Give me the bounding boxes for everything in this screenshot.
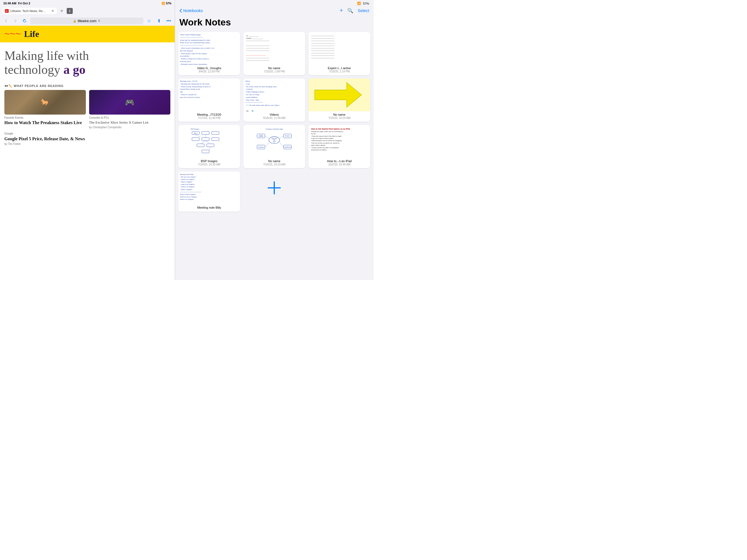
note-name-8: No name xyxy=(246,159,303,163)
notes-nav: Notebooks + 🔍 Select xyxy=(175,6,374,16)
note-thumbnail-9: How to Get Started Fast Games on an iPad… xyxy=(308,125,370,158)
note-date-4: 7/17/20, 11:40 PM xyxy=(180,117,238,120)
note-card-8[interactable]: Creating a Dropbox Page Start with This … xyxy=(243,125,305,168)
note-card-5[interactable]: Videos - Can't - Do Come where are they … xyxy=(243,78,305,122)
share-button[interactable]: ⬆ xyxy=(155,17,163,25)
article-category-1: Favorite Events xyxy=(4,116,86,119)
note-name-6: No name xyxy=(311,113,368,116)
section-label: 🕶️✏️ WHAT PEOPLE ARE READING xyxy=(0,81,175,90)
svg-line-31 xyxy=(265,136,269,138)
bsp-diagram: BSP Images Box 1 xyxy=(180,127,238,156)
note-thumbnail-7: BSP Images Box 1 xyxy=(178,125,240,158)
note-info-2: No name 7/10/20, 1:09 PM xyxy=(243,65,305,75)
reload-button[interactable] xyxy=(21,17,28,25)
note-thumbnail-3: ──────────────────── ───────────────────… xyxy=(308,32,370,65)
svg-text:Content: Content xyxy=(259,135,263,136)
browser-status-bar: 10:49 AM Fri Oct 2 📶 57% xyxy=(0,0,175,6)
note-card-9[interactable]: How to Get Started Fast Games on an iPad… xyxy=(308,125,370,168)
lifewire-hero: Making life with technology a go xyxy=(0,42,175,81)
note-name-2: No name xyxy=(246,67,303,70)
browser-tab[interactable]: L Lifewire: Tech News, Re... ✕ xyxy=(2,8,57,14)
forward-button[interactable] xyxy=(11,17,19,25)
notes-actions: + 🔍 Select xyxy=(340,7,369,14)
note-info-5: Videos 8/18/20, 11:59 AM xyxy=(243,111,305,122)
svg-marker-0 xyxy=(315,82,361,107)
note-date-2: 7/10/20, 1:09 PM xyxy=(246,70,303,73)
status-right: 📶 57% xyxy=(162,2,172,5)
svg-rect-11 xyxy=(202,150,209,153)
svg-text:Start with: Start with xyxy=(272,138,277,139)
article-title-2: The Exclusive Xbox Series X Games List xyxy=(89,120,171,125)
article-card-1[interactable]: 🐎 Favorite Events How to Watch The Preak… xyxy=(4,90,86,129)
wifi-icon: 📶 xyxy=(162,2,165,5)
svg-line-12 xyxy=(196,134,201,138)
articles-grid: 🐎 Favorite Events How to Watch The Preak… xyxy=(0,90,175,129)
tab-close-button[interactable]: ✕ xyxy=(51,9,54,13)
note-card-2[interactable]: To: ___________ Subject: ___________ ───… xyxy=(243,32,305,75)
article-card-3[interactable]: Google Google Pixel 5 Price, Release Dat… xyxy=(0,129,175,146)
search-notes-button[interactable]: 🔍 xyxy=(347,8,353,14)
mic-icon[interactable]: 🎙 xyxy=(98,19,101,22)
note-card-1[interactable]: Video Game Walkthroughs ────────────────… xyxy=(178,32,240,75)
note-card-6[interactable]: No name 7/15/20, 10:24 AM xyxy=(308,78,370,122)
svg-rect-8 xyxy=(212,138,219,141)
note-date-7: 7/24/20, 10:30 AM xyxy=(180,163,238,166)
svg-line-15 xyxy=(206,141,210,144)
new-tab-button[interactable]: + xyxy=(58,7,66,15)
select-button[interactable]: Select xyxy=(358,8,369,13)
svg-line-14 xyxy=(201,141,206,144)
note-name-9: How to...n an iPad xyxy=(311,159,368,163)
note-date-6: 7/15/20, 10:24 AM xyxy=(311,117,368,120)
bookmark-button[interactable]: ☆ xyxy=(145,17,153,25)
notebooks-back-button[interactable]: Notebooks xyxy=(179,8,203,13)
lifewire-header: 〜〜〜 Life xyxy=(0,26,175,42)
svg-rect-9 xyxy=(197,144,204,147)
note-card-11[interactable] xyxy=(243,172,305,212)
svg-text:App?: App? xyxy=(273,141,276,143)
svg-rect-5 xyxy=(212,131,219,134)
url-text: lifewire.com xyxy=(78,19,97,23)
note-card-7[interactable]: BSP Images Box 1 xyxy=(178,125,240,168)
dropbox-diagram: Creating a Dropbox Page Start with This … xyxy=(245,127,304,156)
notes-title: Work Notes xyxy=(175,16,374,32)
svg-text:This: This xyxy=(273,139,276,141)
add-note-button[interactable]: + xyxy=(340,7,343,14)
svg-text:BSP Images: BSP Images xyxy=(191,128,199,130)
address-bar: 🔒 lifewire.com 🎙 ☆ ⬆ ••• xyxy=(0,16,175,26)
note-name-10: Meeting note Billy xyxy=(180,206,238,209)
note-date-1: 8/4/20, 12:59 PM xyxy=(180,70,238,73)
lock-icon: 🔒 xyxy=(73,19,76,22)
note-card-4[interactable]: Meeting notes - 9/5/20 - Meeting new Rep… xyxy=(178,78,240,122)
more-button[interactable]: ••• xyxy=(165,17,173,25)
note-info-11 xyxy=(243,204,305,208)
note-card-3[interactable]: ──────────────────── ───────────────────… xyxy=(308,32,370,75)
notes-status-bar: 📶 57% xyxy=(175,0,374,6)
article-byline-2: by Christopher Compendio xyxy=(89,126,171,129)
horse-racing-image: 🐎 xyxy=(4,90,86,114)
note-info-1: Video G...hroughs 8/4/20, 12:59 PM xyxy=(178,65,240,75)
back-button[interactable] xyxy=(2,17,10,25)
article-byline-3: by Tim Fisher xyxy=(4,143,170,146)
tab-count-badge[interactable]: 1 xyxy=(67,8,73,14)
article-card-2[interactable]: 🎮 Consoles & PCs The Exclusive Xbox Seri… xyxy=(89,90,171,129)
note-thumbnail-6 xyxy=(308,78,370,111)
article-image-2: 🎮 xyxy=(89,90,171,114)
gaming-image: 🎮 xyxy=(89,90,171,114)
time-display: 10:49 AM xyxy=(3,2,17,5)
new-note-plus[interactable] xyxy=(243,172,305,204)
note-content-4: Meeting notes - 9/5/20 - Meeting new Rep… xyxy=(180,80,210,99)
note-name-5: Videos xyxy=(246,113,303,116)
note-name-3: Expert c...t active xyxy=(311,67,368,70)
note-card-10[interactable]: Meeting Note Billy - We are to do suppor… xyxy=(178,172,240,212)
note-date-8: 7/24/20, 10:23 AM xyxy=(246,163,303,166)
note-info-6: No name 7/15/20, 10:24 AM xyxy=(308,111,370,122)
note-date-9: 10/2/20, 10:46 AM xyxy=(311,163,368,166)
note-thumbnail-10: Meeting Note Billy - We are to do suppor… xyxy=(178,172,240,204)
svg-line-16 xyxy=(209,147,210,150)
note-thumbnail-5: Videos - Can't - Do Come where are they … xyxy=(243,78,305,111)
note-info-8: No name 7/24/20, 10:23 AM xyxy=(243,158,305,168)
article-image-1: 🐎 xyxy=(4,90,86,114)
note-thumbnail-2: To: ___________ Subject: ___________ ───… xyxy=(243,32,305,65)
note-thumbnail-4: Meeting notes - 9/5/20 - Meeting new Rep… xyxy=(178,78,240,111)
url-field[interactable]: 🔒 lifewire.com 🎙 xyxy=(30,18,144,24)
